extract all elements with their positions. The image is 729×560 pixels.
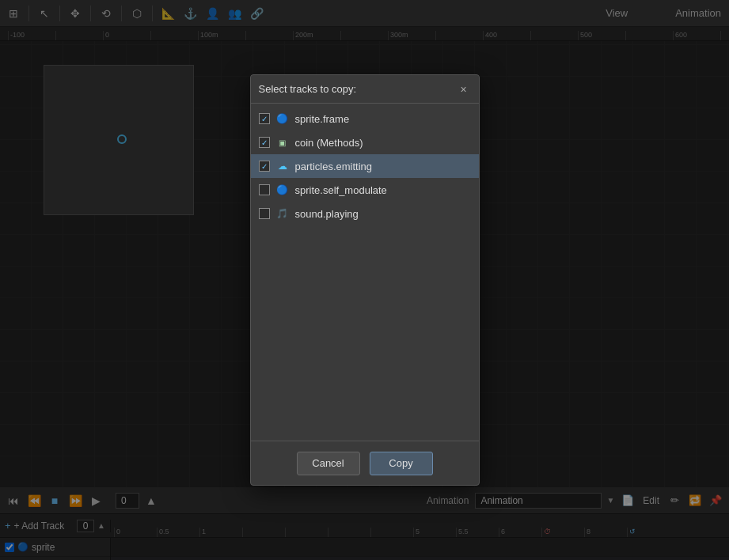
checkbox-sprite-frame[interactable]: ✓ [259, 113, 270, 124]
track-icon-sprite-selfmod: 🔵 [276, 184, 289, 196]
copy-button[interactable]: Copy [370, 452, 433, 475]
track-option-sound-playing[interactable]: 🎵 sound.playing [251, 202, 479, 225]
track-option-coin-methods[interactable]: ✓ ▣ coin (Methods) [251, 131, 479, 154]
track-icon-coin-methods: ▣ [276, 136, 289, 149]
checkbox-sound-playing[interactable] [259, 208, 270, 219]
checkbox-particles-emitting[interactable]: ✓ [259, 161, 270, 172]
copy-tracks-modal: Select tracks to copy: × ✓ 🔵 sprite.fram… [250, 74, 480, 486]
modal-overlay: Select tracks to copy: × ✓ 🔵 sprite.fram… [0, 0, 729, 560]
track-label-sprite-frame: sprite.frame [295, 113, 350, 125]
track-icon-particles-emitting: ☁ [276, 160, 289, 172]
modal-footer: Cancel Copy [251, 441, 479, 485]
track-label-coin-methods: coin (Methods) [295, 137, 363, 149]
modal-header: Select tracks to copy: × [251, 75, 479, 104]
track-option-particles-emitting[interactable]: ✓ ☁ particles.emitting [251, 154, 479, 178]
track-option-sprite-selfmod[interactable]: 🔵 sprite.self_modulate [251, 178, 479, 202]
modal-body: ✓ 🔵 sprite.frame ✓ ▣ coin (Methods) ✓ ☁ … [251, 104, 479, 441]
modal-close-button[interactable]: × [457, 82, 471, 96]
track-icon-sprite-frame: 🔵 [276, 112, 289, 125]
track-icon-sound-playing: 🎵 [276, 207, 289, 220]
modal-title: Select tracks to copy: [259, 83, 357, 95]
track-label-sound-playing: sound.playing [295, 208, 359, 220]
checkbox-coin-methods[interactable]: ✓ [259, 137, 270, 148]
checkbox-sprite-selfmod[interactable] [259, 184, 270, 195]
track-label-sprite-selfmod: sprite.self_modulate [295, 184, 387, 196]
track-label-particles-emitting: particles.emitting [295, 161, 373, 172]
cancel-button[interactable]: Cancel [297, 452, 360, 475]
track-option-sprite-frame[interactable]: ✓ 🔵 sprite.frame [251, 107, 479, 131]
